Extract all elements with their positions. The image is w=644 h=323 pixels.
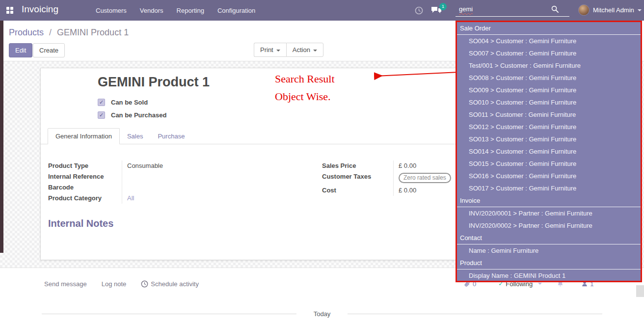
print-button[interactable]: Print — [254, 43, 286, 57]
search-result-item[interactable]: SO009 > Customer : Gemini Furniture — [457, 84, 641, 96]
annotation-line2: Object Wise. — [275, 90, 331, 103]
create-button[interactable]: Create — [33, 43, 65, 57]
menu-customers[interactable]: Customers — [96, 7, 127, 14]
messages-count-badge: 1 — [439, 3, 447, 10]
search-result-item[interactable]: SO007 > Customer : Gemini Furniture — [457, 47, 641, 59]
section-sale-order: Sale Order — [457, 22, 641, 35]
log-note-button[interactable]: Log note — [102, 280, 127, 288]
field-internal-reference: Internal Reference — [48, 171, 259, 182]
can-be-sold-row: ✓ Can be Sold — [98, 99, 148, 106]
app-title[interactable]: Invoicing — [22, 4, 58, 15]
search-result-item[interactable]: SO012 > Customer : Gemini Furniture — [457, 121, 641, 133]
search-result-item[interactable]: INV/2020/0002 > Partner : Gemini Furnitu… — [457, 219, 641, 232]
user-menu[interactable]: Mitchell Admin — [593, 6, 634, 14]
search-result-item[interactable]: SO011 > Customer : Gemini Furniture — [457, 108, 641, 121]
breadcrumb-products-link[interactable]: Products — [9, 27, 44, 37]
apps-menu-icon[interactable] — [6, 7, 13, 14]
following-caret-icon — [538, 283, 542, 285]
search-result-item[interactable]: SO016 > Customer : Gemini Furniture — [457, 170, 641, 182]
search-result-item[interactable]: SO014 > Customer : Gemini Furniture — [457, 145, 641, 158]
search-result-item[interactable]: SO008 > Customer : Gemini Furniture — [457, 72, 641, 84]
search-result-item[interactable]: Display Name : GEMINI Product 1 — [457, 269, 641, 282]
can-be-purchased-checkbox[interactable]: ✓ — [98, 111, 105, 119]
schedule-clock-icon — [141, 280, 148, 288]
divider-line-left — [42, 314, 296, 314]
top-navbar: Invoicing Customers Vendors Reporting Co… — [0, 0, 644, 21]
search-query-text: gemi — [459, 5, 473, 13]
divider-line-right — [348, 314, 602, 314]
search-result-item[interactable]: SO010 > Customer : Gemini Furniture — [457, 96, 641, 108]
can-be-sold-checkbox[interactable]: ✓ — [98, 99, 105, 106]
search-result-item[interactable]: SO015 > Customer : Gemini Furniture — [457, 158, 641, 170]
global-search-input[interactable]: gemi — [456, 3, 569, 17]
left-field-group: Product Type Consumable Internal Referen… — [48, 161, 259, 204]
search-results-dropdown: Sale Order SO004 > Customer : Gemini Fur… — [456, 21, 642, 282]
section-invoice: Invoice — [457, 194, 641, 207]
window-edge-stripe — [0, 21, 3, 253]
breadcrumb: Products / GEMINI Product 1 — [9, 27, 129, 38]
user-avatar[interactable] — [578, 4, 590, 16]
search-result-item[interactable]: SO013 > Customer : Gemini Furniture — [457, 133, 641, 145]
breadcrumb-current: GEMINI Product 1 — [57, 27, 129, 37]
print-action-group: Print Action — [254, 43, 323, 57]
search-icon[interactable] — [551, 5, 559, 13]
action-caret-icon — [313, 50, 317, 52]
menu-vendors[interactable]: Vendors — [140, 7, 163, 14]
main-menu: Customers Vendors Reporting Configuratio… — [96, 0, 255, 21]
date-divider: Today — [42, 310, 602, 318]
field-product-type: Product Type Consumable — [48, 161, 259, 171]
search-result-item[interactable]: SO004 > Customer : Gemini Furniture — [457, 35, 641, 47]
can-be-purchased-label: Can be Purchased — [111, 111, 166, 119]
tax-badge: Zero rated sales — [399, 173, 451, 183]
tab-general-information[interactable]: General Information — [48, 128, 120, 144]
section-product: Product — [457, 257, 641, 269]
field-product-category: Product Category All — [48, 193, 259, 204]
menu-reporting[interactable]: Reporting — [177, 7, 204, 14]
annotation-line1: Search Result — [275, 73, 335, 85]
app-window: Invoicing Customers Vendors Reporting Co… — [0, 0, 644, 323]
product-title: GEMINI Product 1 — [98, 75, 210, 90]
date-divider-label: Today — [314, 310, 331, 318]
tab-purchase[interactable]: Purchase — [150, 129, 192, 144]
search-result-item[interactable]: INV/2020/0001 > Partner : Gemini Furnitu… — [457, 207, 641, 219]
tab-sales[interactable]: Sales — [120, 129, 151, 144]
product-category-link[interactable]: All — [122, 193, 259, 204]
send-message-button[interactable]: Send message — [44, 280, 87, 288]
print-caret-icon — [276, 50, 280, 52]
user-menu-caret-icon — [638, 9, 642, 11]
edit-button[interactable]: Edit — [9, 43, 32, 57]
chatter-actions: Send message Log note Schedule activity — [44, 280, 199, 288]
schedule-activity-button[interactable]: Schedule activity — [141, 280, 199, 288]
search-result-item[interactable]: Name : Gemini Furniture — [457, 244, 641, 257]
action-button[interactable]: Action — [286, 43, 323, 57]
activities-clock-icon[interactable] — [415, 6, 423, 15]
breadcrumb-separator: / — [49, 27, 52, 37]
can-be-sold-label: Can be Sold — [111, 99, 148, 106]
menu-configuration[interactable]: Configuration — [217, 7, 255, 14]
internal-notes-heading: Internal Notes — [48, 218, 113, 229]
annotation-arrow — [368, 69, 459, 81]
scrollbar-thumb[interactable] — [636, 285, 644, 297]
section-contact: Contact — [457, 232, 641, 244]
can-be-purchased-row: ✓ Can be Purchased — [98, 111, 166, 119]
field-barcode: Barcode — [48, 182, 259, 193]
search-result-item[interactable]: SO017 > Customer : Gemini Furniture — [457, 182, 641, 194]
search-result-item[interactable]: Test/001 > Customer : Gemini Furniture — [457, 59, 641, 72]
